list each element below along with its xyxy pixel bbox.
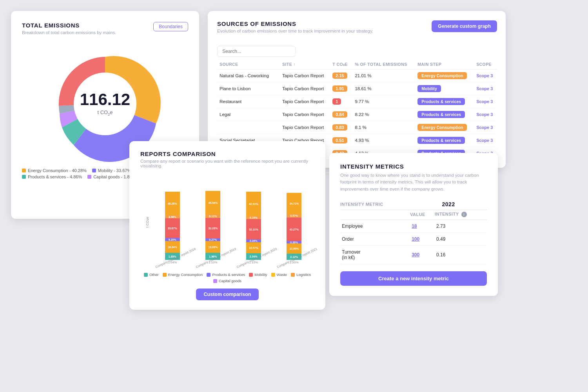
legend-color <box>87 175 91 179</box>
legend-item: Mobility <box>249 272 267 277</box>
bar-segment: 19.89% <box>205 241 220 253</box>
bar-segment: 45.58% <box>205 191 220 214</box>
intensity-metric-name: Employee <box>340 220 410 232</box>
table-row: Restaurant Tapio Carbon Report 1 9.77 % … <box>217 95 497 108</box>
intensity-year: 2022 <box>410 200 487 210</box>
intensity-table: INTENSITY METRIC 2022 VALUE INTENSITY i … <box>340 200 487 264</box>
intensity-value[interactable]: 300 <box>410 245 435 264</box>
source-name: Restaurant <box>217 95 280 108</box>
sources-title: SOURCES OF EMISSIONS <box>217 20 373 27</box>
emissions-unit: t CO2e <box>80 109 130 116</box>
bar-segment: 5.57% <box>287 214 301 218</box>
legend-dot <box>163 273 167 277</box>
intensity-value[interactable]: 18 <box>410 220 435 232</box>
reports-subtitle: Compare any report or scenario you want … <box>140 159 314 168</box>
main-step: Energy Consumption <box>415 69 474 82</box>
source-name <box>217 121 280 134</box>
pct-value: 8.1 % <box>352 121 415 134</box>
bar-segment: 0.27% <box>205 238 220 241</box>
chart-legend: OtherEnergy ConsumptionProducts & servic… <box>140 272 314 283</box>
create-intensity-metric-button[interactable]: Create a new intensity metric <box>340 271 487 286</box>
total-emissions-title: TOTAL EMISSIONS <box>22 22 116 29</box>
scope: Scope 3 <box>474 95 497 108</box>
scope: Scope 3 <box>474 121 497 134</box>
sources-subtitle: Evolution of carbon emissions over time … <box>217 29 373 33</box>
site-name: Tapio Carbon Report <box>280 69 330 82</box>
main-step: Energy Consumption <box>415 121 474 134</box>
intensity-metric-name: Order <box>340 232 410 245</box>
intensity-intensity: 0.16 <box>435 245 487 264</box>
main-step: Products & services <box>415 95 474 108</box>
bar-segment: 32.26% <box>205 218 220 238</box>
intensity-col-metric2 <box>340 210 410 220</box>
scope: Scope 3 <box>474 82 497 95</box>
col-scope: SCOPE <box>474 60 497 69</box>
site-name: Tapio Carbon Report <box>280 95 330 108</box>
intensity-description: One good way to know where you stand is … <box>340 172 487 192</box>
col-main-step: MAIN STEP <box>415 60 474 69</box>
legend-item: Energy Consumption <box>163 272 203 277</box>
pct-value: 18.61 % <box>352 82 415 95</box>
donut-center-values: 116.12 t CO2e <box>80 91 130 116</box>
bar-segment: 40.28% <box>165 192 180 215</box>
intensity-intensity: 2.73 <box>435 220 487 232</box>
intensity-intensity: 0.49 <box>435 232 487 245</box>
col-pct: % OF TOTAL EMISSIONS <box>352 60 415 69</box>
y-axis-label: t CO₂e <box>145 217 149 228</box>
intensity-row: Turnover (in k€) 300 0.16 <box>340 245 487 264</box>
bar-group: 1.96%19.89%0.27%32.26%0.11%45.58%1.10%Co… <box>195 191 230 269</box>
legend-dot <box>213 279 217 283</box>
tco2-value: 1.91 <box>330 82 352 95</box>
source-name: Natural Gas - Coworking <box>217 69 280 82</box>
legend-item: Waste <box>271 272 287 277</box>
legend-dot <box>144 273 148 277</box>
legend-item: Capital goods - 1.85% <box>87 174 136 179</box>
scope: Scope 3 <box>474 134 497 147</box>
bar-segment: 34.71% <box>287 193 301 214</box>
custom-comparison-button[interactable]: Custom comparison <box>196 289 259 300</box>
intensity-row: Order 100 0.49 <box>340 232 487 245</box>
col-site: SITE ↑ <box>280 60 330 69</box>
pct-value: 4.93 % <box>352 134 415 147</box>
bar-segment: 4.96% <box>165 215 180 218</box>
legend-label: Energy Consumption - 40.28% <box>28 168 87 173</box>
intensity-col-intensity: INTENSITY i <box>435 210 487 220</box>
bar-segment: 42.90% <box>246 192 261 216</box>
intensity-metric-name: Turnover (in k€) <box>340 245 410 264</box>
legend-item: Energy Consumption - 40.28% <box>22 168 87 173</box>
tco2-value: 0.84 <box>330 108 352 121</box>
bar-segment: 18.57% <box>246 242 261 253</box>
table-row: Natural Gas - Coworking Tapio Carbon Rep… <box>217 69 497 82</box>
bar-group: 2.04%18.57%0.28%32.10%5.35%42.90%1.15%Co… <box>236 192 271 269</box>
intensity-row: Employee 18 2.73 <box>340 220 487 232</box>
legend-item: Products & services <box>207 272 245 277</box>
bar-segment: 9.20% <box>165 238 180 241</box>
legend-item: Logistics <box>291 272 311 277</box>
legend-color <box>22 169 26 172</box>
table-row: Tapio Carbon Report 0.83 8.1 % Energy Co… <box>217 121 497 134</box>
site-name: Tapio Carbon Report <box>280 108 330 121</box>
bar-segment: 13.95% <box>287 243 301 254</box>
legend-color <box>22 175 26 179</box>
source-name: Legal <box>217 108 280 121</box>
scope: Scope 3 <box>474 69 497 82</box>
intensity-value[interactable]: 100 <box>410 232 435 245</box>
emissions-value: 116.12 <box>80 91 130 108</box>
tco2-value: 0.83 <box>330 121 352 134</box>
legend-dot <box>207 273 211 277</box>
legend-label: Products & services - 4.86% <box>28 174 82 179</box>
bar-group: 1.85%18.04%9.20%33.67%4.96%40.28%1.04%Co… <box>155 192 190 269</box>
legend-dot <box>249 273 253 277</box>
search-input[interactable] <box>217 46 296 57</box>
col-source: SOURCE <box>217 60 280 69</box>
bar-segment: 18.04% <box>165 241 180 253</box>
intensity-title: INTENSITY METRICS <box>340 163 487 170</box>
main-step: Products & services <box>415 134 474 147</box>
source-name: Plane to Lisbon <box>217 82 280 95</box>
boundaries-button[interactable]: Boundaries <box>153 22 188 31</box>
legend-item: Other <box>144 272 159 277</box>
bar-segment: 5.35% <box>246 216 261 219</box>
generate-custom-graph-button[interactable]: Generate custom graph <box>432 20 497 32</box>
bar-segment: 0.28% <box>246 240 261 242</box>
bar-segment: 43.27% <box>287 218 301 241</box>
